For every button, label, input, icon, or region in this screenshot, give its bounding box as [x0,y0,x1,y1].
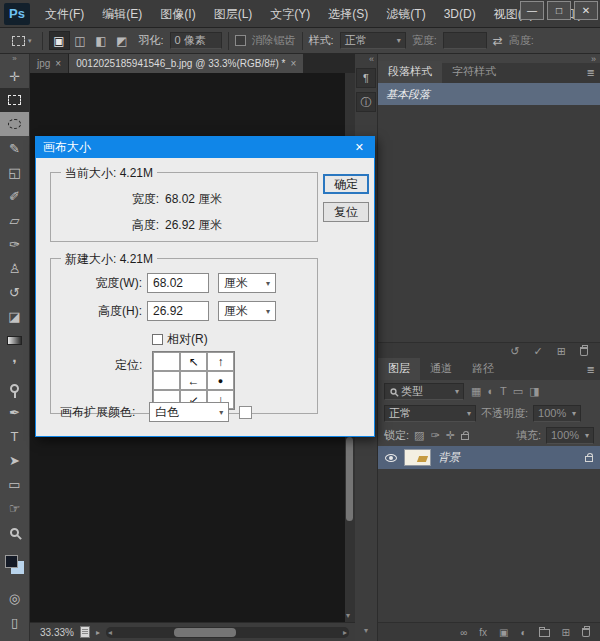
lock-position-icon[interactable]: ✛ [446,429,455,442]
filter-adjustment-layers-icon[interactable]: ◐ [487,385,494,398]
opacity-dropdown[interactable]: 100%▾ [533,405,581,422]
horizontal-scrollbar-thumb[interactable] [174,628,236,637]
panel-tab[interactable]: 通道 [420,358,462,380]
quick-mask-button[interactable]: ◎ [0,586,29,610]
panel-tab[interactable]: 图层 [378,358,420,380]
brush-tool[interactable]: ✑ [0,232,29,256]
paragraph-style-item[interactable]: 基本段落 [378,83,600,105]
anchor-cell[interactable] [153,371,180,390]
filter-type-layers-icon[interactable]: T [500,385,507,398]
extension-color-swatch[interactable] [239,406,252,419]
vertical-scrollbar-thumb[interactable] [346,437,353,521]
path-selection-tool[interactable]: ➤ [0,448,29,472]
menubar-item[interactable]: 3D(D) [435,0,485,28]
layer-row-background[interactable]: 背景 [378,446,600,469]
info-panel-icon[interactable]: ⓘ [356,92,376,112]
add-layer-mask-icon[interactable]: ▣ [499,627,508,638]
blend-mode-dropdown[interactable]: 正常▾ [384,405,476,422]
eyedropper-tool[interactable]: ✐ [0,184,29,208]
maximize-button[interactable]: □ [547,1,571,20]
swap-dimensions-icon[interactable]: ⇄ [493,34,503,48]
lock-image-pixels-icon[interactable]: ✑ [430,429,439,442]
filter-shape-layers-icon[interactable]: ▭ [513,385,523,398]
new-adjustment-layer-icon[interactable]: ◐ [521,627,527,638]
anchor-cell[interactable] [153,352,180,371]
menubar-item[interactable]: 滤镜(T) [377,0,434,28]
document-tab-background[interactable]: jpg × [30,54,69,73]
menubar-item[interactable]: 选择(S) [319,0,377,28]
eraser-tool[interactable]: ◪ [0,304,29,328]
subtract-from-selection-icon[interactable]: ◧ [91,31,112,50]
relative-checkbox[interactable] [152,334,163,345]
blur-tool[interactable]: ❜ [0,352,29,376]
healing-brush-tool[interactable]: ▱ [0,208,29,232]
lock-transparent-pixels-icon[interactable]: ▨ [414,429,424,442]
anchor-cell[interactable]: ← [180,371,207,390]
lock-all-icon[interactable] [461,431,469,440]
visibility-eye-icon[interactable] [385,454,397,462]
document-info-icon[interactable] [80,626,90,638]
panel-tab[interactable]: 字符样式 [442,61,506,83]
zoom-tool[interactable] [0,520,29,544]
move-tool[interactable]: ✛ [0,64,29,88]
close-button[interactable]: ✕ [574,1,598,20]
chevron-right-icon[interactable]: ▸ [96,628,100,637]
menubar-item[interactable]: 图像(I) [151,0,204,28]
paragraph-panel-icon[interactable]: ¶ [356,68,376,88]
pen-tool[interactable]: ✒ [0,400,29,424]
zoom-level[interactable]: 33.33% [40,627,74,638]
scroll-right-icon[interactable]: ▸ [343,628,347,637]
rectangular-marquee-tool[interactable] [0,88,29,112]
hand-tool[interactable]: ☞ [0,496,29,520]
anchor-cell[interactable]: ↑ [207,352,234,371]
new-width-unit-dropdown[interactable]: 厘米▾ [218,273,276,293]
redefine-style-icon[interactable]: ↺ [510,345,519,358]
clone-stamp-tool[interactable]: ♙ [0,256,29,280]
style-dropdown[interactable]: 正常▾ [340,32,406,49]
layer-thumbnail[interactable] [404,449,431,466]
shape-tool[interactable]: ▭ [0,472,29,496]
panel-tab[interactable]: 路径 [462,358,504,380]
scroll-down-icon[interactable]: ▾ [346,611,350,620]
dialog-titlebar[interactable]: 画布大小 ✕ [36,137,374,158]
menubar-item[interactable]: 编辑(E) [93,0,151,28]
panel-menu-icon[interactable]: ≣ [587,67,595,78]
type-tool[interactable]: T [0,424,29,448]
fill-dropdown[interactable]: 100%▾ [546,427,594,444]
feather-input[interactable]: 0 像素 [170,32,222,49]
new-group-icon[interactable] [539,627,550,637]
crop-tool[interactable]: ◱ [0,160,29,184]
width-input[interactable] [443,32,487,49]
new-height-input[interactable]: 26.92 [147,301,209,321]
history-brush-tool[interactable]: ↺ [0,280,29,304]
scroll-left-icon[interactable]: ◂ [108,628,112,637]
delete-layer-icon[interactable] [582,628,590,637]
current-tool-icon[interactable]: ▾ [8,34,36,48]
foreground-background-swatches[interactable] [0,544,29,586]
anchor-cell[interactable]: ↖ [180,352,207,371]
panel-menu-icon[interactable]: ≣ [587,364,595,375]
intersect-selection-icon[interactable]: ◩ [112,31,133,50]
gradient-tool[interactable] [0,328,29,352]
layer-filter-dropdown[interactable]: 类型 ▾ [384,383,464,400]
close-icon[interactable]: × [290,58,296,69]
layer-style-icon[interactable]: fx [479,627,487,638]
screen-mode-button[interactable]: ▯ [0,610,29,634]
dialog-close-icon[interactable]: ✕ [352,141,367,154]
anchor-current-cell[interactable]: ● [207,371,234,390]
close-icon[interactable]: × [55,58,61,69]
collapse-toolbar-chevron[interactable]: » [0,54,29,64]
add-to-selection-icon[interactable]: ◫ [70,31,91,50]
delete-style-icon[interactable] [580,347,588,356]
new-selection-icon[interactable]: ▣ [49,31,70,50]
chevron-down-icon[interactable]: ▾ [364,626,368,635]
minimize-button[interactable]: — [520,1,544,20]
clear-override-icon[interactable]: ✓ [534,345,543,358]
new-style-icon[interactable]: ⊞ [557,345,566,358]
panel-tab[interactable]: 段落样式 [378,61,442,83]
new-layer-icon[interactable]: ⊞ [562,627,570,638]
new-width-input[interactable]: 68.02 [147,273,209,293]
horizontal-scrollbar[interactable]: ◂ ▸ [106,627,349,638]
dodge-tool[interactable] [0,376,29,400]
reset-button[interactable]: 复位 [323,202,369,222]
